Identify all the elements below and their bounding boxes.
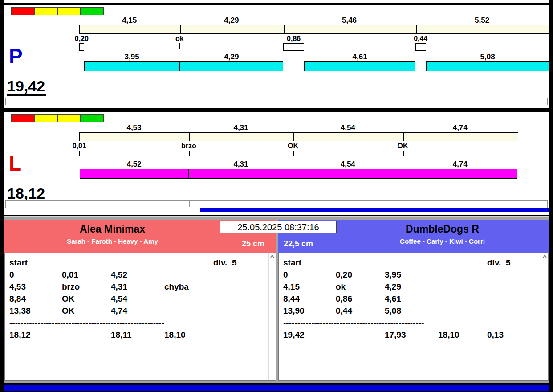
dog-run-segment [179,61,283,71]
race-progress-bar [200,208,549,212]
result-cell: OK [62,306,111,316]
split-time-label: 4,54 [293,123,403,132]
dog-run-segment [426,61,549,71]
result-cell: 4,54 [111,294,164,304]
status-strip [5,98,548,105]
team-panel-right: DumbleDogs R Coffee - Carly - Kiwi - Cor… [278,220,549,381]
split-time-labels: 4,154,295,465,52 [79,16,549,24]
split-time-label: 4,74 [403,123,517,132]
dog-time-label: 4,54 [293,160,403,169]
dog-run-segment [189,169,293,179]
result-row: 00,203,95 [279,269,548,281]
dog-time-label: 4,31 [189,160,293,169]
result-cell: 4,61 [385,294,438,304]
dog-time-labels: 3,954,294,615,08 [79,53,549,61]
scrollbar[interactable]: ^ [541,253,548,380]
split-time-label: 5,46 [283,16,415,25]
dog-run-segment [80,169,189,179]
split-segment [416,25,549,33]
crossover-label: OK [385,142,421,150]
result-row: 8,84OK4,54 [5,293,276,305]
traffic-light-cell [81,115,103,122]
separator-line: ----------------------------------------… [5,317,276,329]
clean-total: 17,93 [385,330,438,340]
dog-time-label: 4,29 [179,53,283,61]
scroll-up-icon[interactable]: ^ [269,255,276,260]
crossover-label: 0,20 [64,35,99,43]
dog-run-segment [84,61,179,71]
result-cell: 4,53 [9,282,62,292]
best-total: 18,10 [164,330,213,340]
window-top-strip [4,0,549,4]
result-row: 4,15ok4,29 [279,281,548,293]
results-table: start div. 5 00,014,524,53brzo4,31chyba8… [4,253,276,381]
traffic-light-cell [81,8,103,15]
result-cell: brzo [62,282,111,292]
result-row: 8,440,864,61 [279,293,548,305]
crossover-gap-box [415,43,426,51]
result-cell: 4,29 [385,282,438,292]
split-time-labels: 4,534,314,544,74 [79,123,549,131]
results-table: start div. 5 00,203,954,15ok4,298,440,86… [278,253,549,381]
split-segment [80,25,180,33]
table-head-row: start div. 5 [279,257,548,269]
crossover-labels: 0,20ok0,860,44 [79,35,549,43]
result-rows: 00,014,524,53brzo4,31chyba8,84OK4,5413,3… [5,269,276,317]
results-panel: 25.05.2025 08:37:16 Alea Minimax Sarah -… [4,216,549,383]
dog-run-segment [293,169,403,179]
result-rows: 00,203,954,15ok4,298,440,864,6113,900,44… [279,269,548,317]
split-time-label: 4,29 [179,16,283,25]
bottom-status-bar [4,385,549,391]
lane-section-L: 4,534,314,544,74 0,01brzoOKOK 4,524,314,… [4,112,549,215]
split-segment [189,133,293,141]
result-row: 13,900,445,08 [279,305,548,317]
lane-divider [4,108,549,111]
result-cell: 4,74 [111,306,164,316]
team-total: 19,42 [283,330,336,340]
crossover-gap-box [283,43,304,51]
team-name: DumbleDogs R [336,223,549,235]
status-box [189,201,237,207]
split-segment [284,25,415,33]
jump-height: 22,5 cm [284,239,313,249]
result-cell: OK [62,294,111,304]
division-label: div. 5 [487,258,548,268]
team-name: Alea Minimax [4,223,220,235]
lane-letter: L [9,153,21,174]
split-segment [403,133,518,141]
start-label: start [9,258,62,268]
traffic-light-cell [35,8,58,15]
scrollbar[interactable]: ^ [268,253,276,380]
timestamp-box: 25.05.2025 08:37:16 [220,221,337,233]
crossover-gap-box [79,43,84,51]
totals-row: 19,42 17,93 18,10 0,13 [279,329,548,341]
split-time-label: 5,52 [415,16,549,25]
split-segment [80,133,189,141]
diff-value: 0,13 [487,330,548,340]
result-cell: 4,52 [111,270,164,280]
team-dogs: Sarah - Faroth - Heavy - Amy [4,237,220,245]
crossover-label: 0,01 [61,142,97,150]
lane-letter: P [9,46,23,66]
split-bar [79,132,518,141]
crossover-label: 0,44 [403,35,439,43]
result-cell: 8,84 [9,294,62,304]
result-cell: 0,20 [336,270,385,280]
result-cell: 0 [283,270,336,280]
traffic-light-indicator [11,7,104,15]
totals-row: 18,12 18,11 18,10 [5,329,276,341]
traffic-light-cell [58,8,81,15]
scroll-up-icon[interactable]: ^ [541,255,548,260]
team-panel-left: Alea Minimax Sarah - Faroth - Heavy - Am… [4,220,276,381]
clean-total: 18,11 [111,330,164,340]
team-dogs: Coffee - Carly - Kiwi - Corri [336,237,549,245]
traffic-light-cell [12,115,35,122]
dog-time-label: 4,52 [80,160,189,169]
crossover-label: 0,86 [276,35,312,43]
dog-time-label: 4,74 [403,160,517,169]
traffic-light-cell [35,115,58,122]
status-strip [5,200,548,208]
dog-time-label: 4,61 [304,53,415,61]
traffic-light-cell [12,8,35,15]
crossover-label: ok [162,35,197,43]
